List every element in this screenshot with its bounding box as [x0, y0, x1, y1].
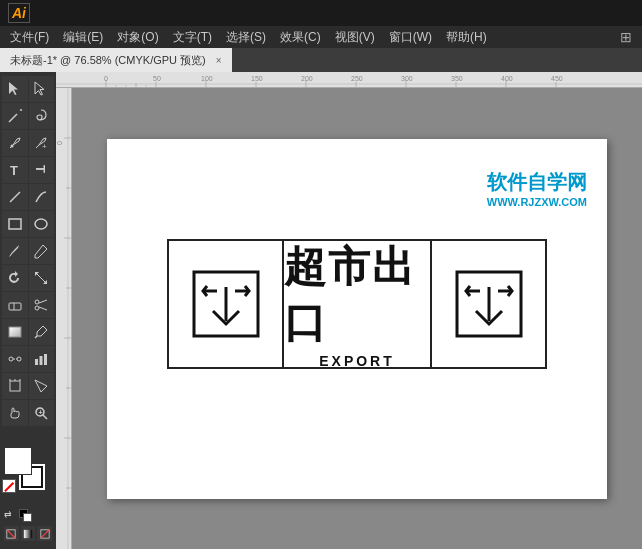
- type-tool[interactable]: T: [2, 157, 28, 183]
- tool-row-1: [2, 76, 54, 102]
- eraser-tool[interactable]: [2, 292, 28, 318]
- svg-line-15: [39, 300, 47, 303]
- tool-row-6: [2, 211, 54, 237]
- arc-tool[interactable]: [29, 184, 55, 210]
- tool-row-10: [2, 319, 54, 345]
- menu-select[interactable]: 选择(S): [220, 27, 272, 48]
- menu-window[interactable]: 窗口(W): [383, 27, 438, 48]
- artboard-tool[interactable]: [2, 373, 28, 399]
- svg-rect-25: [10, 381, 20, 391]
- menu-file[interactable]: 文件(F): [4, 27, 55, 48]
- panel-icon[interactable]: ⊞: [620, 29, 638, 45]
- svg-text:0: 0: [104, 75, 108, 82]
- svg-rect-7: [9, 219, 21, 229]
- eyedropper-tool[interactable]: [29, 319, 55, 345]
- scale-tool[interactable]: [29, 265, 55, 291]
- tool-row-3: +: [2, 130, 54, 156]
- ellipse-tool[interactable]: [29, 211, 55, 237]
- default-colors-icon[interactable]: [19, 509, 32, 522]
- color-swatches: [4, 447, 56, 491]
- menu-edit[interactable]: 编辑(E): [57, 27, 109, 48]
- blend-tool[interactable]: [2, 346, 28, 372]
- svg-text:100: 100: [201, 75, 213, 82]
- lasso-tool[interactable]: [29, 103, 55, 129]
- svg-point-19: [9, 357, 13, 361]
- svg-line-9: [43, 245, 47, 249]
- selection-tool[interactable]: [2, 76, 28, 102]
- tab-label: 未标题-1* @ 76.58% (CMYK/GPU 预览): [10, 53, 206, 68]
- swap-colors-icon[interactable]: ⇄: [4, 509, 17, 522]
- svg-text:450: 450: [551, 75, 563, 82]
- svg-point-8: [35, 219, 47, 229]
- exit-icon-left: [191, 269, 261, 339]
- none-color-swatch[interactable]: [2, 479, 16, 493]
- rotate-tool[interactable]: [2, 265, 28, 291]
- svg-text:150: 150: [251, 75, 263, 82]
- add-anchor-tool[interactable]: +: [29, 130, 55, 156]
- watermark-url: WWW.RJZXW.COM: [487, 196, 587, 208]
- menu-text[interactable]: 文字(T): [167, 27, 218, 48]
- svg-rect-23: [40, 356, 43, 365]
- canvas-area: 0 50 100 150 200 250 300 350 400: [56, 72, 642, 549]
- gradient-small-button[interactable]: [21, 526, 36, 541]
- sign-english-text: EXPORT: [319, 353, 395, 369]
- tab-bar: 未标题-1* @ 76.58% (CMYK/GPU 预览) ×: [0, 48, 642, 72]
- svg-point-2: [10, 145, 13, 148]
- artboard: 软件自学网 WWW.RJZXW.COM: [107, 139, 607, 499]
- line-tool[interactable]: [2, 184, 28, 210]
- svg-line-33: [7, 529, 15, 537]
- sign-left-panel: [169, 241, 284, 367]
- svg-line-6: [10, 192, 20, 202]
- menu-object[interactable]: 对象(O): [111, 27, 164, 48]
- gradient-tool[interactable]: [2, 319, 28, 345]
- title-bar: Ai: [0, 0, 642, 26]
- svg-rect-34: [24, 529, 32, 537]
- type-vertical-tool[interactable]: T: [29, 157, 55, 183]
- sign-chinese-text: 超市出口: [284, 239, 430, 351]
- svg-line-10: [36, 273, 46, 283]
- svg-line-30: [43, 415, 47, 419]
- menu-help[interactable]: 帮助(H): [440, 27, 493, 48]
- zoom-tool[interactable]: +: [29, 400, 55, 426]
- svg-line-36: [41, 529, 49, 537]
- magic-wand-tool[interactable]: [2, 103, 28, 129]
- sign-middle-panel: 超市出口 EXPORT: [284, 241, 430, 367]
- direct-selection-tool[interactable]: [29, 76, 55, 102]
- ruler-vertical: 0: [56, 88, 72, 549]
- tool-row-8: [2, 265, 54, 291]
- main-area: + T T: [0, 72, 642, 549]
- rect-tool[interactable]: [2, 211, 28, 237]
- svg-text:T: T: [33, 165, 48, 173]
- ruler-horizontal: 0 50 100 150 200 250 300 350 400: [56, 72, 642, 88]
- svg-point-13: [35, 300, 39, 304]
- svg-text:+: +: [42, 142, 47, 151]
- color-mode-row: ⇄: [4, 509, 52, 522]
- pen-tool[interactable]: [2, 130, 28, 156]
- exit-icon-right: [454, 269, 524, 339]
- slice-tool[interactable]: [29, 373, 55, 399]
- document-tab[interactable]: 未标题-1* @ 76.58% (CMYK/GPU 预览) ×: [0, 48, 232, 72]
- color-button[interactable]: [4, 526, 19, 541]
- sign-right-panel: [430, 241, 545, 367]
- color-area: ⇄: [2, 443, 54, 545]
- scissors-tool[interactable]: [29, 292, 55, 318]
- svg-text:200: 200: [301, 75, 313, 82]
- svg-text:300: 300: [401, 75, 413, 82]
- svg-point-1: [20, 109, 22, 111]
- menu-effect[interactable]: 效果(C): [274, 27, 327, 48]
- svg-line-16: [39, 307, 47, 310]
- pencil-tool[interactable]: [29, 238, 55, 264]
- tool-row-9: [2, 292, 54, 318]
- fill-swatch[interactable]: [4, 447, 32, 475]
- toolbar: + T T: [0, 72, 56, 549]
- watermark: 软件自学网 WWW.RJZXW.COM: [487, 169, 587, 208]
- menu-view[interactable]: 视图(V): [329, 27, 381, 48]
- column-graph-tool[interactable]: [29, 346, 55, 372]
- none-small-button[interactable]: [37, 526, 52, 541]
- tab-close-button[interactable]: ×: [216, 55, 222, 66]
- app-logo: Ai: [8, 3, 30, 23]
- svg-text:350: 350: [451, 75, 463, 82]
- watermark-title: 软件自学网: [487, 169, 587, 196]
- hand-tool[interactable]: [2, 400, 28, 426]
- paintbrush-tool[interactable]: [2, 238, 28, 264]
